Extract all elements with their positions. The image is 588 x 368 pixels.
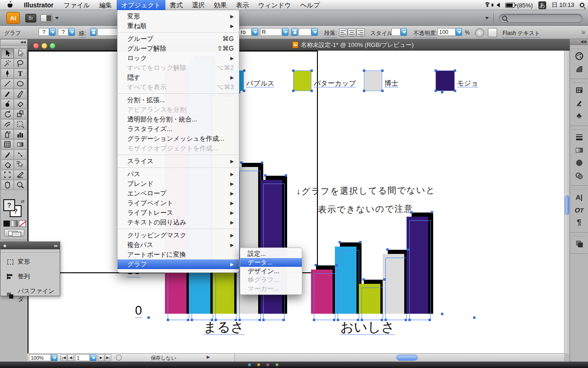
selection-handle[interactable]	[407, 248, 409, 251]
brushes-panel-icon[interactable]	[574, 98, 585, 109]
selection-handle[interactable]	[311, 69, 313, 72]
wifi-icon[interactable]	[484, 2, 491, 8]
panel-close-icon[interactable]	[3, 244, 7, 248]
menubar-item-3[interactable]: オブジェクト	[117, 0, 165, 10]
swap-fill-stroke-icon[interactable]: ⇄	[21, 199, 24, 204]
paragraph-label[interactable]: 段落:	[324, 29, 337, 38]
menu-item[interactable]: 分割・拡張...	[118, 95, 239, 105]
document-titlebar[interactable]: Ai 名称未設定-1* @ 100% (RGB/プレビュー)	[28, 39, 570, 51]
selection-handle[interactable]	[264, 174, 266, 177]
panel-expand-icon[interactable]: ▸▸	[54, 243, 57, 248]
hand-tool[interactable]	[1, 180, 14, 190]
arrange-documents-caret-icon[interactable]	[55, 17, 59, 19]
font-family-field[interactable]: ro	[239, 28, 252, 36]
blob-brush-tool[interactable]	[1, 99, 14, 109]
selection-handle[interactable]	[435, 90, 437, 92]
selection-handle[interactable]	[435, 69, 437, 72]
color-panel-icon[interactable]	[574, 51, 585, 62]
opacity-field[interactable]: 100	[437, 28, 456, 36]
selection-handle[interactable]	[383, 278, 385, 281]
eyedropper-tool[interactable]	[1, 150, 14, 160]
menu-item[interactable]: ラスタライズ...	[118, 124, 239, 134]
zoom-dropdown-button[interactable]	[51, 354, 57, 361]
direct-selection-tool[interactable]	[14, 48, 27, 58]
artboard-dropdown-button[interactable]	[90, 354, 96, 361]
font-style-field[interactable]: R	[260, 28, 282, 36]
font-family-dropdown-button[interactable]	[252, 28, 258, 36]
menubar-item-1[interactable]: ファイル	[59, 0, 95, 10]
dock-icon[interactable]	[248, 363, 251, 366]
screen-mode-button[interactable]	[4, 229, 24, 236]
menu-item[interactable]: クリッピングマスク▶	[118, 230, 239, 240]
rotate-tool[interactable]	[1, 109, 14, 119]
menu-item[interactable]: テキストの回り込み▶	[118, 218, 239, 227]
selection-handle[interactable]	[405, 319, 407, 321]
ellipse-tool[interactable]	[14, 79, 27, 89]
selection-handle[interactable]	[429, 319, 431, 321]
gradient-tool[interactable]	[14, 139, 27, 150]
panel-item-2[interactable]: パスファインダ	[0, 284, 60, 307]
menu-item[interactable]: グラデーションメッシュを作成...	[118, 134, 239, 144]
transparency-panel-icon[interactable]	[574, 157, 585, 168]
zoom-window-button[interactable]	[50, 43, 56, 49]
arrange-documents-button[interactable]	[40, 14, 52, 22]
selection-handle[interactable]	[259, 319, 261, 321]
flash-text-link[interactable]: Flash テキスト	[503, 29, 540, 38]
selection-handle[interactable]	[211, 319, 213, 321]
selection-handle[interactable]	[167, 319, 169, 321]
selection-handle[interactable]	[381, 319, 383, 321]
selection-handle[interactable]	[363, 69, 365, 72]
legend-swatch-2[interactable]	[364, 70, 382, 91]
align-left-button[interactable]	[339, 29, 347, 36]
selection-tool[interactable]	[1, 48, 14, 58]
lasso-tool[interactable]	[14, 58, 27, 69]
selection-handle[interactable]	[261, 161, 263, 164]
selection-handle[interactable]	[454, 90, 456, 92]
menu-item[interactable]: ブレンド▶	[118, 179, 239, 189]
type-tool[interactable]: T	[14, 69, 27, 79]
volume-icon[interactable]	[497, 3, 500, 7]
free-transform-tool[interactable]	[14, 119, 27, 129]
menubar-item-0[interactable]: Illustrator	[18, 0, 59, 10]
pathfinder-panel-icon[interactable]	[574, 238, 585, 249]
selection-handle[interactable]	[243, 69, 245, 72]
dock-collapse-icon[interactable]: ◀◀	[570, 39, 588, 45]
stroke-panel-icon[interactable]	[574, 132, 585, 143]
bridge-button[interactable]: Br	[25, 14, 36, 23]
none-button[interactable]	[19, 220, 26, 227]
font-size-stepper[interactable]	[291, 28, 298, 36]
prev-artboard-button[interactable]: ◀	[68, 354, 74, 361]
macos-dock-strip[interactable]	[0, 362, 588, 368]
panel-header[interactable]: ▸▸	[0, 242, 60, 249]
search-input[interactable]	[499, 14, 582, 23]
selection-handle[interactable]	[313, 319, 315, 321]
stroke-color-dropdown-button[interactable]	[68, 28, 75, 36]
pen-tool[interactable]	[1, 69, 14, 79]
color-button[interactable]	[3, 220, 10, 227]
menubar-item-6[interactable]: 効果	[209, 0, 232, 10]
selection-handle[interactable]	[362, 278, 365, 281]
menubar-item-5[interactable]: 選択	[187, 0, 209, 10]
selection-handle[interactable]	[381, 90, 384, 92]
horizontal-scrollbar[interactable]	[234, 354, 564, 362]
selection-handle[interactable]	[333, 319, 335, 321]
measure-tool[interactable]	[14, 150, 27, 160]
workspace-caret-icon[interactable]	[485, 17, 489, 19]
align-center-button[interactable]	[348, 29, 356, 36]
selection-handle[interactable]	[337, 319, 339, 321]
selection-handle[interactable]	[235, 319, 237, 321]
symbols-panel-icon[interactable]: ♣	[574, 110, 585, 121]
selection-handle[interactable]	[243, 90, 245, 92]
gradient-panel-panel-icon[interactable]	[574, 144, 585, 155]
align-to-pixel-grid-icon[interactable]	[488, 28, 497, 37]
selection-handle[interactable]	[311, 90, 313, 92]
selection-handle[interactable]	[262, 319, 265, 321]
battery-status[interactable]: (85%)	[505, 2, 533, 9]
stroke-color-field[interactable]: ?	[58, 28, 68, 36]
selection-handle[interactable]	[361, 319, 363, 321]
selection-handle[interactable]	[357, 319, 359, 321]
spotlight-icon[interactable]	[580, 3, 584, 7]
menu-item[interactable]: 重ね順▶	[118, 21, 239, 31]
opentype-panel-icon[interactable]: OT	[574, 204, 585, 215]
panel-item-1[interactable]: 整列	[0, 269, 60, 284]
